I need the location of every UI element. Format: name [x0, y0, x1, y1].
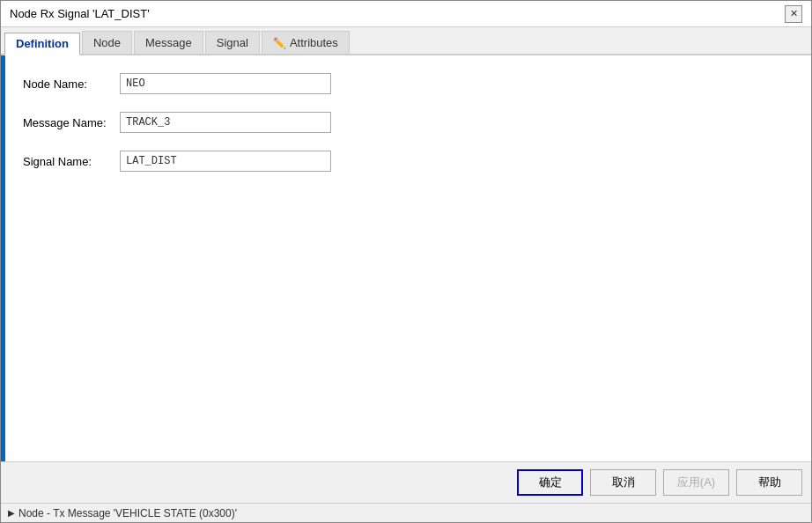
node-name-row: Node Name:: [23, 73, 794, 94]
attributes-icon: ✏️: [273, 37, 286, 49]
title-bar: Node Rx Signal 'LAT_DIST' ✕: [1, 1, 811, 27]
status-text: Node - Tx Message 'VEHICLE STATE (0x300)…: [18, 507, 237, 519]
tab-message-label: Message: [145, 36, 192, 49]
tab-bar: Definition Node Message Signal ✏️ Attrib…: [1, 27, 811, 55]
window-title: Node Rx Signal 'LAT_DIST': [10, 7, 150, 20]
apply-button[interactable]: 应用(A): [663, 469, 729, 496]
close-button[interactable]: ✕: [785, 5, 802, 23]
tab-definition-label: Definition: [16, 37, 69, 50]
signal-name-input[interactable]: [120, 151, 331, 172]
content-area: Node Name: Message Name: Signal Name:: [5, 55, 811, 461]
ok-button[interactable]: 确定: [517, 469, 583, 496]
status-bar: ▶ Node - Tx Message 'VEHICLE STATE (0x30…: [1, 503, 811, 522]
tab-signal-label: Signal: [217, 36, 248, 49]
tab-definition[interactable]: Definition: [4, 33, 80, 55]
status-icon: ▶: [8, 508, 15, 518]
signal-name-row: Signal Name:: [23, 151, 794, 172]
node-name-input[interactable]: [120, 73, 331, 94]
tab-attributes-label: Attributes: [290, 36, 338, 49]
dialog-window: Node Rx Signal 'LAT_DIST' ✕ Definition N…: [0, 0, 812, 523]
tab-node[interactable]: Node: [82, 31, 132, 54]
button-bar: 确定 取消 应用(A) 帮助: [1, 461, 811, 503]
cancel-button[interactable]: 取消: [590, 469, 656, 496]
help-button[interactable]: 帮助: [736, 469, 802, 496]
message-name-row: Message Name:: [23, 112, 794, 133]
message-name-label: Message Name:: [23, 116, 120, 129]
message-name-input[interactable]: [120, 112, 331, 133]
tab-attributes[interactable]: ✏️ Attributes: [262, 31, 350, 54]
tab-message[interactable]: Message: [134, 31, 203, 54]
tab-signal[interactable]: Signal: [205, 31, 260, 54]
node-name-label: Node Name:: [23, 77, 120, 91]
signal-name-label: Signal Name:: [23, 155, 120, 168]
content-wrapper: Node Name: Message Name: Signal Name:: [1, 55, 811, 461]
tab-node-label: Node: [93, 36, 121, 49]
